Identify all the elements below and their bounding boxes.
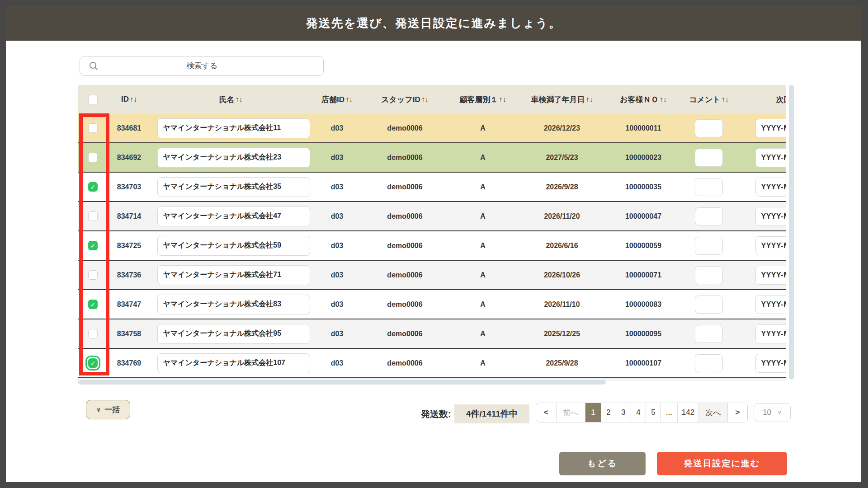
pagination-prev-arrow[interactable]: < <box>536 403 556 422</box>
store-id-cell: d03 <box>311 212 363 221</box>
customer-no-cell: 100000059 <box>605 242 682 250</box>
pagination-page-5[interactable]: 5 <box>646 403 660 422</box>
name-input[interactable] <box>157 177 310 197</box>
pagination-page-1[interactable]: 1 <box>585 403 601 422</box>
name-input[interactable] <box>157 236 310 256</box>
next-reservation-input[interactable] <box>755 266 786 285</box>
name-input[interactable] <box>157 353 310 373</box>
next-reservation-input[interactable] <box>755 295 786 314</box>
segment-cell: A <box>447 300 519 309</box>
table-row: 834692d03demo0006A2027/5/23100000023 <box>78 143 786 173</box>
sort-icon: ↑↓ <box>130 95 137 103</box>
pagination-page-4[interactable]: 4 <box>631 403 646 422</box>
staff-id-cell: demo0006 <box>363 124 447 132</box>
pagination-prev-button[interactable]: 前へ <box>556 403 585 422</box>
pagination-next-arrow[interactable]: > <box>727 403 747 422</box>
row-checkbox[interactable]: ✓ <box>88 358 98 368</box>
page-title: 発送先を選び、発送日設定に進みましょう。 <box>306 15 561 31</box>
row-checkbox[interactable] <box>88 123 98 133</box>
pagination-page-142[interactable]: 142 <box>677 403 698 422</box>
pagination-page-2[interactable]: 2 <box>601 403 616 422</box>
next-reservation-input[interactable] <box>755 236 786 255</box>
store-id-cell: d03 <box>311 183 363 191</box>
next-reservation-input[interactable] <box>755 324 786 343</box>
column-header-checkbox <box>78 95 108 104</box>
customer-no-cell: 100000095 <box>605 330 682 338</box>
column-header-segment[interactable]: 顧客層別１↑↓ <box>447 94 519 105</box>
checkbox-cell <box>78 153 108 162</box>
pagination-page-3[interactable]: 3 <box>616 403 631 422</box>
back-button[interactable]: もどる <box>559 452 646 475</box>
comment-input[interactable] <box>695 207 723 225</box>
column-header-expiry[interactable]: 車検満了年月日↑↓ <box>519 94 605 105</box>
comment-input[interactable] <box>695 325 723 343</box>
proceed-to-ship-date-button[interactable]: 発送日設定に進む <box>657 452 787 475</box>
name-cell <box>151 353 311 373</box>
next-reservation-input[interactable] <box>755 178 786 197</box>
row-checkbox[interactable] <box>88 153 98 162</box>
comment-input[interactable] <box>695 296 723 314</box>
search-input[interactable] <box>99 61 323 70</box>
next-reservation-input[interactable] <box>755 148 786 167</box>
row-checkbox[interactable]: ✓ <box>88 241 98 250</box>
next-reservation-input[interactable] <box>755 119 786 138</box>
row-checkbox[interactable] <box>88 329 98 338</box>
table-row: ✓834769d03demo0006A2025/9/28100000107 <box>78 349 786 378</box>
row-checkbox[interactable]: ✓ <box>88 300 98 309</box>
sort-icon: ↑↓ <box>236 95 243 103</box>
next-reservation-cell <box>736 324 786 343</box>
bulk-action-button[interactable]: ∨ 一括 <box>86 400 130 419</box>
column-header-name[interactable]: 氏名↑↓ <box>151 94 311 105</box>
expiry-cell: 2026/6/16 <box>519 242 605 250</box>
comment-input[interactable] <box>695 266 723 284</box>
staff-id-cell: demo0006 <box>363 300 447 309</box>
column-header-id[interactable]: ID↑↓ <box>108 95 151 104</box>
staff-id-cell: demo0006 <box>363 242 447 250</box>
next-reservation-cell <box>736 236 786 255</box>
column-header-store_id[interactable]: 店舗ID↑↓ <box>311 94 363 105</box>
comment-input[interactable] <box>695 237 723 255</box>
name-input[interactable] <box>157 148 310 168</box>
expiry-cell: 2025/9/28 <box>519 359 605 367</box>
segment-cell: A <box>447 183 519 191</box>
name-input[interactable] <box>157 206 310 226</box>
name-input[interactable] <box>157 324 310 344</box>
row-checkbox[interactable] <box>88 270 98 280</box>
comment-input[interactable] <box>695 178 723 196</box>
comment-cell <box>682 149 736 167</box>
segment-cell: A <box>447 124 519 132</box>
expiry-cell: 2026/10/26 <box>519 271 605 279</box>
name-input[interactable] <box>157 295 310 314</box>
comment-cell <box>682 237 736 255</box>
column-label-id: ID <box>121 95 129 104</box>
table-row: 834681d03demo0006A2026/12/23100000011 <box>78 114 786 143</box>
name-cell <box>151 148 311 168</box>
column-label-next_reservation: 次回予約 <box>776 94 786 105</box>
column-header-comment[interactable]: コメント↑↓ <box>682 94 736 105</box>
comment-cell <box>682 354 736 372</box>
next-reservation-input[interactable] <box>755 207 786 226</box>
vertical-scrollbar[interactable] <box>789 85 794 380</box>
comment-input[interactable] <box>695 149 723 167</box>
name-input[interactable] <box>157 265 310 285</box>
column-label-expiry: 車検満了年月日 <box>531 94 585 105</box>
table-row: 834714d03demo0006A2026/11/20100000047 <box>78 202 786 231</box>
name-input[interactable] <box>157 118 310 138</box>
customer-no-cell: 100000011 <box>605 124 682 132</box>
shipping-count-label: 発送数: <box>421 404 451 423</box>
horizontal-scrollbar[interactable] <box>78 380 606 385</box>
comment-input[interactable] <box>695 354 723 372</box>
column-header-customer_no[interactable]: お客様ＮＯ↑↓ <box>605 94 682 105</box>
next-reservation-input[interactable] <box>755 354 786 373</box>
id-cell: 834714 <box>108 212 151 221</box>
comment-input[interactable] <box>695 119 723 137</box>
pagination-next-button[interactable]: 次へ <box>698 403 727 422</box>
page-size-select[interactable]: 10 ∨ <box>754 403 791 422</box>
expiry-cell: 2026/9/28 <box>519 183 605 191</box>
store-id-cell: d03 <box>311 124 363 132</box>
row-checkbox[interactable] <box>88 211 98 221</box>
column-header-staff_id[interactable]: スタッフID↑↓ <box>363 94 447 105</box>
segment-cell: A <box>447 359 519 367</box>
select-all-checkbox[interactable] <box>88 95 98 104</box>
row-checkbox[interactable]: ✓ <box>88 182 98 192</box>
